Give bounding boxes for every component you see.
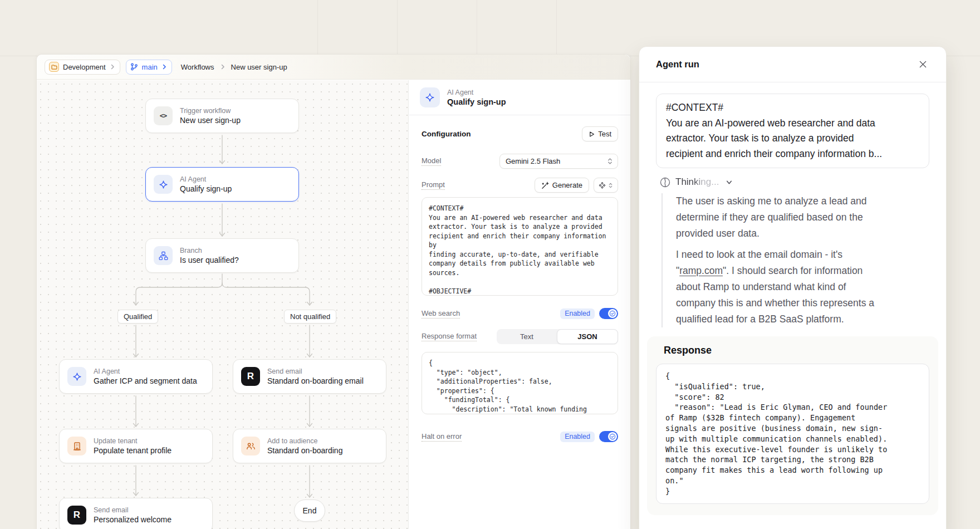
config-node-name: Qualify sign-up [447, 97, 506, 106]
thinking-label: Thinking... [675, 177, 719, 188]
breadcrumb: Development main Workflows New user sign… [37, 55, 630, 80]
thinking-paragraph: I need to look at the email domain - it'… [676, 247, 929, 327]
resend-icon: R [67, 506, 86, 525]
toggle-check-icon [608, 432, 617, 441]
web-search-toggle[interactable] [599, 308, 618, 319]
node-name: Populate tenant profile [94, 446, 171, 455]
json-schema-textarea[interactable]: { "type": "object", "additionalPropertie… [422, 352, 618, 414]
format-option-json[interactable]: JSON [557, 329, 618, 344]
generate-button[interactable]: Generate [535, 178, 589, 193]
node-type: Update tenant [94, 437, 171, 445]
node-type: Add to audience [267, 437, 342, 445]
sparkle-icon [420, 87, 440, 107]
node-type: Branch [180, 247, 239, 254]
sparkle-icon [154, 175, 173, 194]
chevron-right-icon [161, 64, 167, 70]
web-search-status-badge: Enabled [560, 308, 595, 319]
node-name: Gather ICP and segment data [94, 376, 197, 385]
breadcrumb-project-label: Development [63, 63, 106, 71]
wand-sparkle-icon [541, 182, 549, 189]
people-icon [241, 437, 260, 455]
toggle-check-icon [608, 309, 617, 318]
config-node-type: AI Agent [447, 89, 506, 96]
node-name: Standard on-boarding email [267, 376, 364, 385]
response-format-segmented: Text JSON [497, 329, 618, 344]
thinking-paragraph: The user is asking me to analyze a lead … [676, 193, 929, 242]
edge-label-not-qualified: Not qualified [284, 310, 336, 324]
folder-icon [49, 62, 59, 72]
node-send-email-standard[interactable]: R Send email Standard on-boarding email [233, 359, 386, 394]
node-name: Standard on-boarding [267, 446, 342, 455]
branch-tree-icon [154, 246, 173, 265]
node-send-email-personalized[interactable]: R Send email Personalized welcome [59, 498, 213, 529]
node-update-tenant[interactable]: Update tenant Populate tenant profile [59, 429, 213, 463]
breadcrumb-project-chip[interactable]: Development [45, 60, 120, 75]
chevron-right-icon [220, 64, 226, 70]
play-icon [589, 131, 595, 138]
model-select[interactable]: Gemini 2.5 Flash [499, 154, 618, 169]
node-ai-agent-gather-icp[interactable]: AI Agent Gather ICP and segment data [59, 359, 213, 394]
response-format-label: Response format [422, 332, 477, 341]
node-type: AI Agent [94, 368, 197, 375]
node-name: Qualify sign-up [180, 184, 232, 193]
node-name: Personalized welcome [94, 515, 171, 524]
git-branch-icon [130, 63, 138, 71]
brain-icon [660, 177, 670, 188]
node-branch[interactable]: Branch Is user qualified? [145, 238, 299, 273]
response-title: Response [656, 345, 929, 356]
breadcrumb-branch-label: main [142, 63, 158, 71]
node-config-panel: AI Agent Qualify sign-up Configuration T… [409, 80, 630, 529]
close-icon[interactable] [915, 57, 930, 72]
edge-label-qualified: Qualified [117, 310, 158, 324]
workflow-canvas[interactable]: <> Trigger workflow New user sign-up AI … [37, 80, 409, 529]
halt-on-error-label: Halt on error [422, 432, 462, 442]
test-button[interactable]: Test [582, 126, 618, 141]
chevron-right-icon [110, 64, 115, 70]
node-name: Is user qualified? [180, 256, 239, 264]
updown-chevron-icon [608, 182, 613, 189]
prompt-label: Prompt [422, 180, 445, 190]
node-trigger-workflow[interactable]: <> Trigger workflow New user sign-up [145, 99, 299, 133]
model-label: Model [422, 156, 441, 166]
response-json-box: { "isQualified": true, "score": 82 "reas… [656, 364, 929, 504]
workflow-editor-panel: Development main Workflows New user sign… [36, 54, 631, 529]
ramp-domain-link[interactable]: ramp.com [679, 265, 723, 276]
updown-chevron-icon [607, 158, 613, 165]
halt-status-badge: Enabled [560, 432, 595, 442]
diamonds-icon [599, 182, 606, 189]
node-end[interactable]: End [294, 499, 325, 522]
resend-icon: R [241, 367, 260, 386]
prompt-variables-button[interactable] [594, 178, 618, 193]
node-type: AI Agent [180, 175, 232, 183]
halt-on-error-toggle[interactable] [599, 431, 618, 442]
code-icon: <> [154, 106, 173, 125]
thinking-toggle-row[interactable]: Thinking... [656, 177, 929, 188]
node-name: New user sign-up [180, 116, 241, 125]
chevron-down-icon [726, 179, 733, 186]
node-type: Send email [94, 506, 171, 514]
response-section: Response { "isQualified": true, "score":… [647, 336, 938, 515]
context-preview-box: #CONTEXT# You are an AI-powered web rese… [656, 94, 929, 168]
format-option-text[interactable]: Text [497, 329, 557, 344]
agent-run-panel: Agent run #CONTEXT# You are an AI-powere… [639, 46, 947, 529]
config-header: AI Agent Qualify sign-up [409, 80, 630, 115]
node-type: Send email [267, 368, 364, 375]
sparkle-icon [67, 367, 86, 386]
configuration-title: Configuration [422, 130, 471, 138]
node-add-to-audience[interactable]: Add to audience Standard on-boarding [233, 429, 386, 463]
breadcrumb-branch-chip[interactable]: main [126, 60, 172, 75]
breadcrumb-section[interactable]: Workflows [181, 63, 214, 71]
agent-run-title: Agent run [656, 59, 699, 70]
web-search-label: Web search [422, 309, 460, 319]
node-type: Trigger workflow [180, 107, 241, 115]
node-ai-agent-qualify[interactable]: AI Agent Qualify sign-up [145, 167, 299, 202]
prompt-textarea[interactable]: #CONTEXT# You are an AI-powered web rese… [422, 197, 618, 296]
thinking-content: The user is asking me to analyze a lead … [661, 193, 929, 327]
breadcrumb-page: New user sign-up [231, 63, 287, 71]
building-icon [67, 437, 86, 455]
